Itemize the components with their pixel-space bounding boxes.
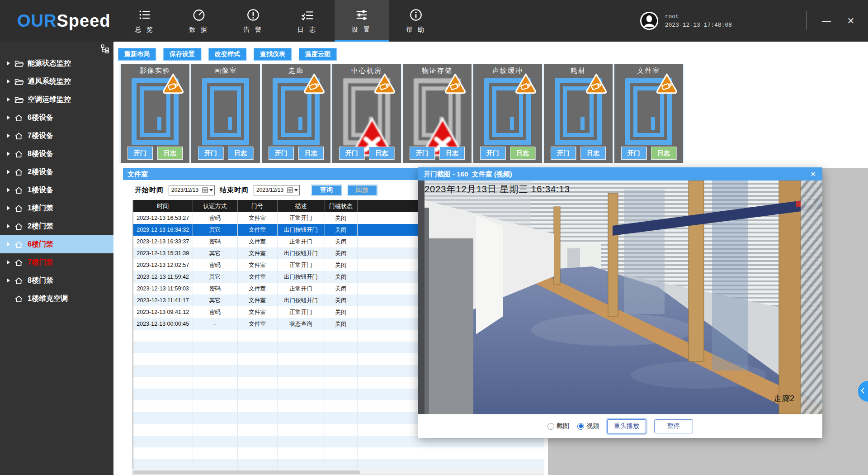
expand-arrow-icon[interactable] xyxy=(7,170,10,174)
open-door-button[interactable]: 开门 xyxy=(127,147,153,160)
nav-tab-4[interactable]: 日 志 xyxy=(280,0,335,42)
log-cell xyxy=(277,389,325,400)
log-cell xyxy=(237,447,277,459)
door-log-button[interactable]: 日志 xyxy=(510,147,535,160)
door-handle xyxy=(228,117,232,130)
door-log-button[interactable]: 日志 xyxy=(298,147,324,160)
log-cell xyxy=(325,459,357,469)
log-cell: 文件室 xyxy=(237,294,277,306)
toolbar-button-2[interactable]: 保存设置 xyxy=(163,48,201,61)
replay-button[interactable]: 重头播放 xyxy=(607,419,646,433)
end-date-picker[interactable]: 2023/12/13 xyxy=(254,185,300,195)
door-log-button[interactable]: 日志 xyxy=(157,147,183,160)
sidebar-item-13[interactable]: 8楼门禁 xyxy=(0,271,113,290)
sidebar-item-1[interactable]: 能源状态监控 xyxy=(0,54,113,72)
playback-button[interactable]: 回放 xyxy=(347,185,377,196)
log-cell: 出门按钮开门 xyxy=(277,224,325,236)
sidebar-item-2[interactable]: 通风系统监控 xyxy=(0,72,113,90)
log-cell: 关闭 xyxy=(325,283,357,294)
expand-arrow-icon[interactable] xyxy=(7,79,10,84)
table-horizontal-scrollbar[interactable] xyxy=(132,470,544,475)
start-date-picker[interactable]: 2023/12/13 xyxy=(169,185,215,195)
log-column-header[interactable]: 时间 xyxy=(133,200,193,212)
log-cell xyxy=(237,330,277,342)
scrollbar-thumb[interactable] xyxy=(133,470,360,474)
open-door-button[interactable]: 开门 xyxy=(269,147,294,160)
toolbar-button-5[interactable]: 温度云图 xyxy=(299,48,337,61)
nav-tab-5[interactable]: 设 置 xyxy=(335,0,389,42)
sidebar-item-10[interactable]: 2楼门禁 xyxy=(0,217,113,235)
settings-icon xyxy=(355,8,368,22)
expand-arrow-icon[interactable] xyxy=(7,278,10,283)
sidebar-item-12[interactable]: 7楼门禁 xyxy=(0,253,113,271)
tree-view-icon[interactable] xyxy=(100,44,110,54)
sidebar-item-7[interactable]: 2楼设备 xyxy=(0,163,113,181)
door-handle xyxy=(157,117,161,130)
snapshot-radio[interactable]: 截图 xyxy=(547,422,569,430)
log-cell: 出门按钮开门 xyxy=(277,271,325,283)
expand-arrow-icon[interactable] xyxy=(7,206,10,210)
log-cell xyxy=(133,459,193,469)
open-door-button[interactable]: 开门 xyxy=(551,147,576,160)
expand-arrow-icon[interactable] xyxy=(7,242,10,247)
nav-tab-2[interactable]: 数 据 xyxy=(172,0,226,42)
open-door-button[interactable]: 开门 xyxy=(198,147,223,160)
door-log-button[interactable]: 日志 xyxy=(228,147,253,160)
door-log-button[interactable]: 日志 xyxy=(369,147,394,160)
log-cell xyxy=(325,365,357,377)
sidebar-item-11[interactable]: 6楼门禁 xyxy=(0,235,113,253)
nav-tab-label: 告 警 xyxy=(243,26,263,34)
toolbar-button-4[interactable]: 查找仪表 xyxy=(254,48,292,61)
nav-tab-label: 总 览 xyxy=(135,26,155,34)
door-log-button[interactable]: 日志 xyxy=(580,147,606,160)
open-door-button[interactable]: 开门 xyxy=(410,147,435,160)
log-table-empty-row xyxy=(133,459,544,469)
user-avatar-icon[interactable] xyxy=(640,11,659,30)
pause-button[interactable]: 暂停 xyxy=(654,419,693,433)
log-cell: 文件室 xyxy=(237,271,277,283)
door-log-button[interactable]: 日志 xyxy=(651,147,676,160)
modal-title-bar: 开门截图 - 160_文件室 (视频) ✕ xyxy=(418,167,822,180)
door-card-2: 画像室开门日志 xyxy=(191,64,260,163)
radio-icon[interactable] xyxy=(547,423,554,430)
sidebar-item-6[interactable]: 8楼设备 xyxy=(0,145,113,163)
door-log-button[interactable]: 日志 xyxy=(439,147,465,160)
nav-tab-6[interactable]: 帮 助 xyxy=(389,0,443,42)
close-button[interactable]: ✕ xyxy=(842,15,860,26)
minimize-button[interactable]: — xyxy=(817,16,835,26)
query-button[interactable]: 查询 xyxy=(311,185,342,196)
log-column-header[interactable]: 门号 xyxy=(237,200,277,212)
expand-arrow-icon[interactable] xyxy=(7,97,10,102)
video-radio[interactable]: 视频 xyxy=(577,422,599,430)
expand-arrow-icon[interactable] xyxy=(7,133,10,138)
log-column-header[interactable]: 认证方式 xyxy=(193,200,237,212)
sidebar-item-14[interactable]: 1楼维克空调 xyxy=(0,290,113,308)
sidebar-item-4[interactable]: 6楼设备 xyxy=(0,109,113,127)
sidebar-item-9[interactable]: 1楼门禁 xyxy=(0,199,113,217)
log-cell: 2023-12-13 11:59:03 xyxy=(133,283,193,294)
chevron-down-icon xyxy=(294,189,298,191)
radio-selected-icon[interactable] xyxy=(577,423,584,430)
sidebar-item-3[interactable]: 空调运维监控 xyxy=(0,90,113,109)
expand-arrow-icon[interactable] xyxy=(7,188,10,192)
open-door-button[interactable]: 开门 xyxy=(480,147,505,160)
expand-arrow-icon[interactable] xyxy=(7,115,10,120)
sidebar-item-8[interactable]: 1楼设备 xyxy=(0,181,113,199)
home-icon xyxy=(14,222,24,231)
modal-close-icon[interactable]: ✕ xyxy=(810,167,816,180)
expand-arrow-icon[interactable] xyxy=(7,61,10,66)
log-cell xyxy=(325,436,357,447)
log-column-header[interactable]: 门磁状态 xyxy=(325,200,357,212)
log-column-header[interactable]: 描述 xyxy=(277,200,325,212)
open-door-button[interactable]: 开门 xyxy=(339,147,364,160)
expand-arrow-icon[interactable] xyxy=(7,224,10,228)
nav-tab-3[interactable]: 告 警 xyxy=(226,0,280,42)
nav-tab-1[interactable]: 总 览 xyxy=(118,0,172,42)
expand-arrow-icon[interactable] xyxy=(7,152,10,156)
expand-arrow-icon[interactable] xyxy=(7,260,10,265)
toolbar-button-3[interactable]: 改变样式 xyxy=(208,48,246,61)
sidebar-item-label: 1楼设备 xyxy=(28,185,53,195)
sidebar-item-5[interactable]: 7楼设备 xyxy=(0,127,113,145)
open-door-button[interactable]: 开门 xyxy=(621,147,646,160)
toolbar-button-1[interactable]: 重新布局 xyxy=(118,48,156,61)
